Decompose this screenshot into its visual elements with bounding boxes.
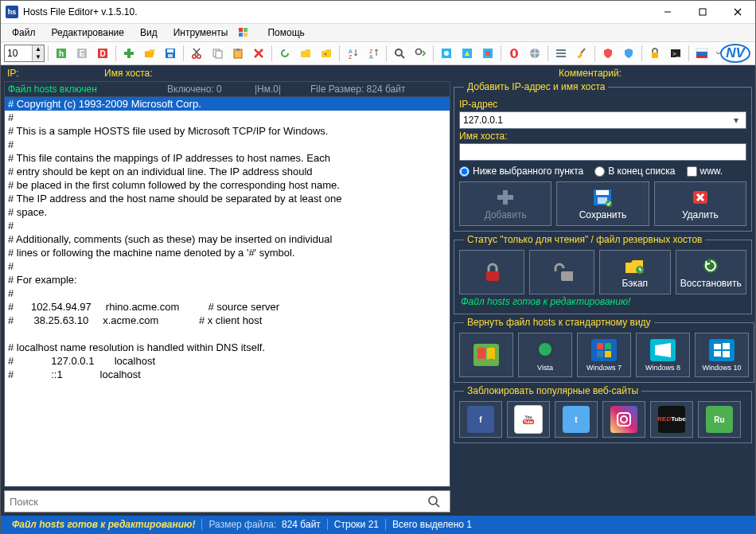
tool-replace-icon[interactable] (411, 44, 430, 63)
radio-below-input[interactable] (459, 166, 470, 177)
tool-cut-icon[interactable] (187, 44, 206, 63)
hosts-line[interactable]: # (5, 286, 450, 300)
backup-button[interactable]: Бэкап (599, 250, 671, 294)
tool-shield1-icon[interactable] (598, 44, 618, 63)
tool-sort-za-icon[interactable]: ZA (364, 44, 383, 63)
menu-help[interactable]: Помощь (261, 25, 310, 40)
tool-folder2-icon[interactable] (296, 44, 315, 63)
minimize-button[interactable] (650, 1, 685, 23)
tool-refresh-icon[interactable] (275, 44, 294, 63)
check-www-input[interactable] (687, 166, 697, 177)
hosts-line[interactable]: # (5, 138, 450, 151)
block-instagram-button[interactable] (602, 401, 645, 438)
radio-end[interactable]: В конец списка (594, 166, 675, 177)
block-youtube-button[interactable]: YouTube (507, 401, 550, 438)
menu-view[interactable]: Вид (134, 25, 164, 40)
tool-plugin1-icon[interactable] (437, 44, 456, 63)
block-redtube-button[interactable]: REDTube (650, 401, 693, 438)
delete-button[interactable]: Удалить (654, 181, 746, 226)
os-win8-button[interactable]: Windows 8 (636, 333, 690, 377)
unlock-button[interactable] (529, 250, 594, 294)
hosts-line[interactable]: # (5, 219, 450, 232)
radio-below[interactable]: Ниже выбранного пункта (459, 166, 583, 177)
panel-default: Вернуть файл hosts к стандартному виду X… (454, 317, 754, 383)
block-twitter-button[interactable]: t (555, 401, 598, 438)
os-vista-button[interactable]: Vista (518, 333, 572, 377)
hosts-line[interactable]: # (5, 259, 450, 273)
hosts-line[interactable]: # This file contains the mappings of IP … (5, 151, 450, 165)
tool-plugin2-icon[interactable] (458, 44, 477, 63)
hosts-line[interactable]: # (5, 111, 450, 124)
block-facebook-button[interactable]: f (459, 401, 502, 438)
font-size-down[interactable]: ▼ (32, 53, 44, 61)
tool-lock-icon[interactable] (645, 44, 664, 63)
tool-add-icon[interactable] (119, 44, 138, 63)
svg-rect-74 (605, 343, 611, 349)
tool-cmd-icon[interactable]: >_ (666, 44, 685, 63)
tool-globe-icon[interactable] (525, 44, 544, 63)
tool-broom-icon[interactable] (572, 44, 591, 63)
font-size-input[interactable] (5, 48, 32, 59)
os-win10-button[interactable]: Windows 10 (695, 333, 749, 377)
font-size-stepper[interactable]: ▲ ▼ (4, 45, 45, 62)
hosts-line[interactable]: # ::1 localhost (5, 368, 450, 381)
tool-plugin3-icon[interactable] (478, 44, 497, 63)
menu-file[interactable]: Файл (6, 25, 42, 40)
tool-flag-icon[interactable] (692, 44, 711, 63)
hosts-line[interactable]: # localhost name resolution is handled w… (5, 341, 450, 354)
tool-opera-icon[interactable] (505, 44, 524, 63)
ip-combo[interactable]: 127.0.0.1 ▾ (459, 111, 746, 129)
os-vista-label: Vista (537, 364, 553, 372)
tool-copy-icon[interactable] (208, 44, 227, 63)
tool-delete-icon[interactable] (249, 44, 268, 63)
check-www[interactable]: www. (687, 166, 723, 177)
tool-host-icon[interactable]: h (52, 44, 71, 63)
hosts-line[interactable]: # 38.25.63.10 x.acme.com # x client host (5, 314, 450, 327)
add-button[interactable]: Добавить (459, 181, 551, 226)
tool-save-icon[interactable] (161, 44, 180, 63)
svg-rect-81 (714, 351, 721, 357)
hosts-line[interactable]: # lines or following the machine name de… (5, 246, 450, 259)
hosts-line[interactable]: # entry should be kept on an individual … (5, 165, 450, 178)
chevron-down-icon[interactable]: ▾ (730, 115, 742, 126)
font-size-up[interactable]: ▲ (32, 45, 44, 53)
menu-tools[interactable]: Интрументы (167, 25, 235, 40)
lock-button[interactable] (459, 250, 524, 294)
footer-ready: Файл hosts готов к редактированию! (6, 519, 201, 530)
backup-button-label: Бэкап (622, 278, 648, 289)
tool-disable-icon[interactable]: D (93, 44, 112, 63)
search-bar[interactable] (4, 490, 450, 513)
hosts-line[interactable]: # For example: (5, 273, 450, 286)
hosts-line[interactable]: # 127.0.0.1 localhost (5, 354, 450, 368)
restore-button[interactable]: Восстановить (676, 250, 747, 294)
menu-edit[interactable]: Редактирование (45, 25, 131, 40)
hosts-text-area[interactable]: # Copyright (c) 1993-2009 Microsoft Corp… (4, 96, 450, 487)
tool-open-icon[interactable] (140, 44, 159, 63)
block-rutracker-button[interactable]: Ru (698, 401, 741, 438)
hosts-line[interactable]: # The IP address and the host name shoul… (5, 192, 450, 205)
os-win7-button[interactable]: Windows 7 (577, 333, 631, 377)
tool-sort-az-icon[interactable]: AZ (343, 44, 362, 63)
hosts-line[interactable]: # This is a sample HOSTS file used by Mi… (5, 124, 450, 138)
tool-list-icon[interactable] (551, 44, 571, 63)
tool-shield2-icon[interactable] (619, 44, 638, 63)
search-input[interactable] (5, 496, 427, 508)
close-button[interactable] (720, 1, 755, 23)
tool-folder-back-icon[interactable] (317, 44, 336, 63)
hosts-line[interactable]: # space. (5, 205, 450, 219)
maximize-button[interactable] (685, 1, 720, 23)
tool-enable-icon[interactable]: E (72, 44, 92, 63)
os-xp-button[interactable]: XP (459, 333, 513, 377)
host-input[interactable] (459, 143, 746, 161)
tool-paste-icon[interactable] (228, 44, 247, 63)
save-button[interactable]: Сохранить (556, 181, 649, 226)
hosts-line[interactable]: # 102.54.94.97 rhino.acme.com # source s… (5, 300, 450, 314)
hosts-line[interactable]: # Additionally, comments (such as these)… (5, 232, 450, 246)
radio-end-input[interactable] (594, 166, 605, 177)
hosts-line[interactable]: # Copyright (c) 1993-2009 Microsoft Corp… (5, 97, 450, 111)
windows-flag-icon[interactable] (237, 26, 250, 39)
search-icon[interactable] (427, 495, 450, 508)
tool-find-icon[interactable] (390, 44, 409, 63)
hosts-line[interactable] (5, 327, 450, 341)
hosts-line[interactable]: # be placed in the first column followed… (5, 178, 450, 192)
